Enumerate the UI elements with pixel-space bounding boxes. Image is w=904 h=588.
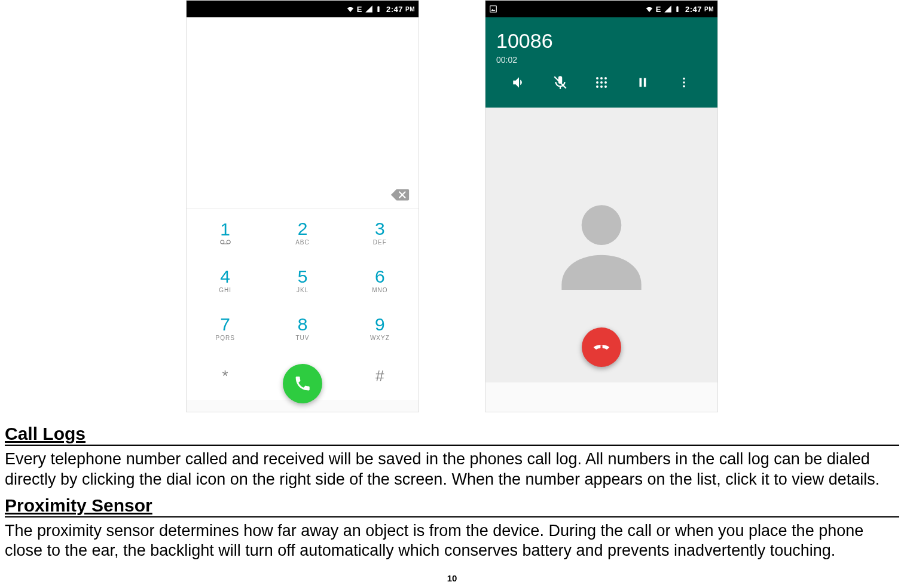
battery-icon: [674, 5, 683, 13]
paragraph-proximity-sensor: The proximity sensor determines how far …: [5, 521, 899, 562]
dialpad-button[interactable]: [593, 74, 610, 91]
incall-body: [485, 108, 717, 382]
svg-point-20: [582, 205, 622, 245]
network-type: E: [357, 5, 362, 14]
svg-point-10: [600, 81, 603, 84]
battery-icon: [375, 5, 384, 13]
more-button[interactable]: [676, 74, 692, 91]
svg-point-11: [604, 81, 607, 84]
svg-point-7: [600, 77, 603, 79]
svg-point-0: [220, 240, 224, 244]
image-icon: [489, 5, 497, 13]
wifi-icon: [346, 5, 355, 13]
status-bar-right: E 2:47 PM: [645, 5, 714, 14]
key-3[interactable]: 3DEF: [341, 209, 419, 256]
screenshots-row: E 2:47 PM 1 2: [0, 0, 904, 412]
svg-point-9: [596, 81, 598, 84]
status-bar-left: [489, 5, 497, 13]
status-time: 2:47: [386, 5, 403, 14]
status-period: PM: [405, 6, 415, 13]
incall-number: 10086: [496, 29, 707, 53]
page-number: 10: [447, 573, 457, 583]
heading-call-logs: Call Logs: [5, 423, 899, 446]
network-type: E: [656, 5, 661, 14]
incall-action-row: [496, 65, 707, 102]
backspace-button[interactable]: [390, 188, 410, 202]
document-text: Call Logs Every telephone number called …: [0, 412, 904, 561]
incall-timer: 00:02: [496, 55, 707, 65]
contact-avatar: [542, 185, 661, 305]
mute-button[interactable]: [552, 74, 569, 91]
status-bar-right: E 2:47 PM: [346, 5, 415, 14]
signal-icon: [365, 5, 373, 13]
heading-proximity-sensor: Proximity Sensor: [5, 495, 899, 517]
speaker-button[interactable]: [511, 74, 527, 91]
incall-header: 10086 00:02: [485, 17, 717, 108]
signal-icon: [664, 5, 672, 13]
svg-point-18: [683, 81, 685, 84]
page-root: E 2:47 PM 1 2: [0, 0, 904, 588]
svg-rect-3: [490, 6, 497, 13]
svg-point-8: [604, 77, 607, 79]
key-star[interactable]: *: [187, 352, 264, 400]
key-4[interactable]: 4GHI: [187, 256, 264, 304]
svg-point-14: [604, 85, 607, 88]
key-5[interactable]: 5JKL: [264, 256, 341, 304]
svg-point-17: [683, 78, 685, 80]
key-6[interactable]: 6MNO: [341, 256, 419, 304]
key-1[interactable]: 1: [187, 209, 264, 256]
svg-rect-16: [644, 78, 646, 87]
key-8[interactable]: 8TUV: [264, 304, 341, 352]
dialer-number-display: [187, 17, 419, 209]
status-bar: E 2:47 PM: [485, 1, 717, 17]
dial-button[interactable]: [283, 364, 322, 403]
paragraph-call-logs: Every telephone number called and receiv…: [5, 449, 899, 490]
status-period: PM: [704, 6, 714, 13]
voicemail-icon: [220, 240, 231, 244]
key-2[interactable]: 2ABC: [264, 209, 341, 256]
end-call-button[interactable]: [582, 327, 621, 367]
svg-point-13: [600, 85, 603, 88]
key-9[interactable]: 9WXYZ: [341, 304, 419, 352]
svg-point-12: [596, 85, 598, 88]
key-pound[interactable]: #: [341, 352, 419, 400]
svg-point-1: [227, 240, 230, 244]
hold-button[interactable]: [634, 74, 651, 91]
svg-point-6: [596, 77, 598, 79]
dialer-screenshot: E 2:47 PM 1 2: [186, 0, 419, 412]
status-time: 2:47: [685, 5, 702, 14]
svg-rect-15: [639, 78, 642, 87]
status-bar: E 2:47 PM: [187, 1, 419, 17]
wifi-icon: [645, 5, 653, 13]
incall-screenshot: E 2:47 PM 10086 00:02: [485, 0, 718, 412]
svg-point-19: [683, 85, 685, 88]
key-7[interactable]: 7PQRS: [187, 304, 264, 352]
